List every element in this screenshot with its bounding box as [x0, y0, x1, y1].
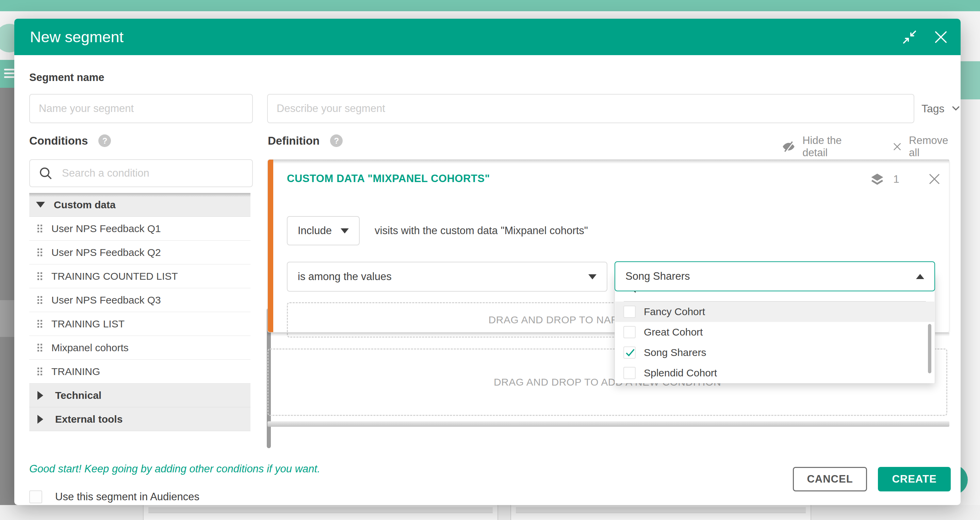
hamburger-icon[interactable] [4, 69, 14, 78]
remove-all-button[interactable]: Remove all [909, 134, 961, 159]
condition-item[interactable]: TRAINING COUNTED LIST [29, 264, 250, 288]
app-subheader-band [961, 61, 980, 99]
condition-item-label: TRAINING [51, 366, 100, 377]
group-label: External tools [55, 413, 123, 425]
triangle-right-icon [37, 415, 43, 424]
caret-up-icon [916, 274, 924, 279]
collapse-icon[interactable] [902, 29, 917, 45]
close-icon[interactable] [933, 29, 949, 45]
values-dropdown[interactable]: Song Sharers [614, 261, 935, 291]
option-label: Splendid Cohort [644, 367, 717, 379]
condition-item-label: User NPS Feedback Q2 [51, 247, 161, 258]
definition-heading: Definition ? [268, 134, 343, 147]
background-panel [143, 505, 498, 520]
remove-condition-icon[interactable] [927, 172, 942, 186]
condition-item[interactable]: User NPS Feedback Q3 [29, 288, 250, 312]
checkbox-unchecked[interactable] [624, 326, 636, 338]
horizontal-scrollbar[interactable] [267, 421, 950, 427]
group-label: Custom data [54, 199, 116, 211]
new-segment-modal: New segment Segment name Tags Conditions… [14, 19, 961, 505]
segment-description-input[interactable] [267, 94, 914, 123]
create-button[interactable]: CREATE [878, 467, 951, 491]
condition-item-label: User NPS Feedback Q3 [51, 294, 161, 306]
condition-search-box[interactable]: Search a condition [29, 159, 253, 187]
check-icon [625, 347, 636, 358]
condition-item[interactable]: Mixpanel cohorts [29, 336, 250, 360]
operator-dropdown[interactable]: is among the values [287, 262, 608, 292]
search-icon [38, 166, 53, 181]
condition-card-tools: 1 [870, 172, 942, 186]
progress-hint: Good start! Keep going by adding other c… [29, 463, 320, 475]
drag-handle-icon[interactable] [37, 367, 43, 376]
option-splendid-cohort[interactable]: Splendid Cohort [615, 363, 934, 383]
modal-header: New segment [14, 19, 961, 55]
option-song-sharers[interactable]: Song Sharers [615, 342, 934, 363]
help-icon[interactable]: ? [98, 134, 111, 147]
chevron-down-icon [951, 103, 961, 114]
checkbox-unchecked[interactable] [624, 305, 636, 318]
condition-item[interactable]: TRAINING [29, 360, 250, 383]
scroll-shadow [29, 193, 250, 197]
condition-item-label: Mixpanel cohorts [51, 342, 129, 354]
drag-handle-icon[interactable] [37, 272, 43, 280]
layers-icon [870, 172, 885, 186]
condition-item-label: TRAINING LIST [51, 318, 124, 330]
option-great-cohort[interactable]: Great Cohort [615, 322, 934, 342]
condition-item[interactable]: User NPS Feedback Q1 [29, 217, 250, 241]
remove-all-icon[interactable] [892, 142, 902, 152]
app-topbar [0, 0, 980, 11]
app-background-panels [0, 505, 980, 520]
checkbox-checked[interactable] [624, 347, 636, 359]
drag-handle-icon[interactable] [37, 224, 43, 233]
tags-label: Tags [921, 102, 945, 115]
operator-value: is among the values [298, 270, 392, 283]
help-icon[interactable]: ? [330, 134, 343, 147]
definition-heading-text: Definition [268, 134, 320, 147]
caret-down-icon [340, 228, 349, 234]
triangle-right-icon [37, 391, 43, 400]
segment-name-input[interactable] [29, 94, 253, 123]
card-accent-bar [268, 160, 273, 332]
conditions-heading-text: Conditions [29, 134, 88, 147]
option-label: Great Cohort [644, 326, 703, 338]
drag-handle-icon[interactable] [37, 296, 43, 304]
hide-detail-button[interactable]: Hide the detail [802, 134, 869, 159]
background-panel [511, 505, 811, 520]
eye-off-icon[interactable] [782, 140, 795, 154]
definition-actions: Hide the detail Remove all [782, 134, 961, 159]
group-external-tools[interactable]: External tools [29, 407, 250, 431]
tags-dropdown[interactable]: Tags [921, 100, 961, 118]
screen: New segment Segment name Tags Conditions… [0, 0, 980, 520]
checkbox-unchecked[interactable] [624, 367, 636, 379]
condition-item-label: TRAINING COUNTED LIST [51, 270, 178, 282]
drag-handle-icon[interactable] [37, 248, 43, 257]
audiences-checkbox-row[interactable]: Use this segment in Audiences [29, 490, 199, 503]
group-label: Technical [55, 390, 102, 401]
conditions-heading: Conditions ? [29, 134, 111, 147]
values-value: Song Sharers [625, 270, 690, 283]
include-dropdown[interactable]: Include [287, 216, 360, 245]
condition-item[interactable]: TRAINING LIST [29, 312, 250, 336]
drag-handle-icon[interactable] [37, 344, 43, 352]
option-fancy-cohort[interactable]: Fancy Cohort [615, 302, 934, 322]
condition-sentence: visits with the custom data "Mixpanel co… [375, 216, 588, 245]
condition-count-badge: 1 [893, 173, 899, 186]
include-value: Include [298, 224, 332, 237]
conditions-list: Custom data User NPS Feedback Q1 User NP… [29, 193, 250, 431]
group-technical[interactable]: Technical [29, 383, 250, 407]
segment-name-label: Segment name [29, 72, 105, 84]
caret-down-icon [588, 274, 597, 279]
audiences-label: Use this segment in Audiences [55, 491, 199, 503]
checkbox-unchecked[interactable] [29, 490, 42, 503]
cancel-button[interactable]: CANCEL [793, 467, 867, 491]
condition-item-label: User NPS Feedback Q1 [51, 223, 161, 234]
triangle-down-icon [36, 202, 45, 208]
condition-item[interactable]: User NPS Feedback Q2 [29, 241, 250, 264]
scroll-shadow [273, 160, 949, 164]
option-label: Song Sharers [644, 347, 706, 358]
modal-title: New segment [30, 19, 124, 55]
dropdown-scrollbar[interactable] [928, 324, 931, 373]
condition-search-placeholder: Search a condition [62, 167, 150, 179]
option-label: Fancy Cohort [644, 306, 705, 318]
drag-handle-icon[interactable] [37, 320, 43, 328]
